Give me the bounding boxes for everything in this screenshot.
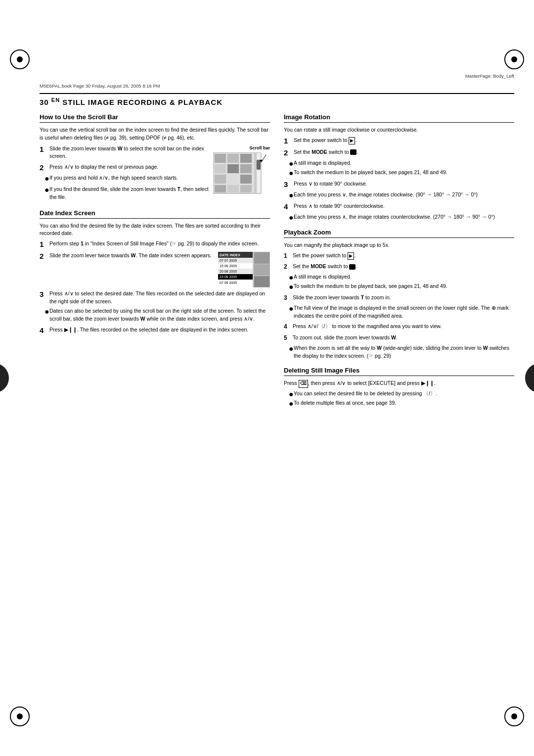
step-number: 5 xyxy=(284,334,291,342)
step-number: 4 xyxy=(284,323,291,331)
scroll-bar-image xyxy=(213,152,270,197)
bullet-icon: ● xyxy=(289,191,294,199)
left-column: How to Use the Scroll Bar You can use th… xyxy=(40,113,270,415)
step-content: Slide the zoom lever towards W to select… xyxy=(49,145,209,161)
step2-date-text: 2 Slide the zoom lever twice towards W. … xyxy=(40,252,214,290)
bullet-icon: ● xyxy=(44,186,49,194)
section-title-playback-zoom: Playback Zoom xyxy=(284,229,514,238)
svg-rect-2 xyxy=(227,154,239,163)
step-content: Slide the zoom lever twice towards W. Th… xyxy=(49,252,214,260)
svg-rect-5 xyxy=(227,164,239,173)
step-4-rotation: 4 Press ∧ to rotate 90° counterclockwise… xyxy=(284,202,514,222)
section-title-image-rotation: Image Rotation xyxy=(284,113,514,123)
step-row: 4 Press ∧ to rotate 90° counterclockwise… xyxy=(284,202,514,211)
scroll-bar-label: Scroll bar xyxy=(213,145,270,152)
bullet-item: ● The full view of the image is displaye… xyxy=(289,304,514,320)
section-title-date-index: Date Index Screen xyxy=(40,209,270,219)
page-number: 30 xyxy=(40,98,49,106)
step-row: 1 Set the power switch to ▶. xyxy=(284,252,514,260)
step-row: 5 To zoom out, slide the zoom lever towa… xyxy=(284,334,514,342)
step-1-rotation: 1 Set the power switch to ▶. xyxy=(284,137,514,145)
masterpage-label: MasterPage: Body_Left xyxy=(465,73,514,79)
svg-rect-3 xyxy=(240,154,252,163)
svg-rect-33 xyxy=(254,276,269,287)
bullet-icon: ● xyxy=(289,305,294,313)
section-body-date-index: You can also find the desired file by th… xyxy=(40,222,270,335)
step-content: Press ▶❙❙. The files recorded on the sel… xyxy=(49,326,270,334)
step-content: Press ∧/∨/〈/〉 to move to the magnified a… xyxy=(293,323,514,331)
step-2-rotation: 2 Set the MODE switch to . ● A still ima… xyxy=(284,148,514,177)
step-2-zoom: 2 Set the MODE switch to . ● A still ima… xyxy=(284,263,514,291)
svg-rect-8 xyxy=(227,175,239,184)
binding-mark-right xyxy=(525,363,534,393)
svg-text:20  08  2005: 20 08 2005 xyxy=(220,270,237,273)
step-content: Press ∧ to rotate 90° counterclockwise. xyxy=(294,202,514,210)
step-number: 3 xyxy=(284,180,292,189)
step-content: Press ∨ to rotate 90° clockwise. xyxy=(294,180,514,188)
step-number: 1 xyxy=(284,137,292,145)
bullet-item: ● To delete multiple files at once, see … xyxy=(289,399,514,408)
bullet-text: If you press and hold ∧/∨, the high spee… xyxy=(49,174,178,182)
step-row: 1 Slide the zoom lever towards W to sele… xyxy=(40,145,209,161)
bullet-icon: ● xyxy=(289,274,294,282)
reg-mark-tr xyxy=(504,49,524,69)
section-playback-zoom: Playback Zoom You can magnify the playba… xyxy=(284,229,514,360)
step-number: 3 xyxy=(40,290,47,299)
en-label: EN xyxy=(51,98,62,106)
section-image-rotation: Image Rotation You can rotate a still im… xyxy=(284,113,514,222)
step-1-date: 1 Perform step 1 in "Index Screen of Sti… xyxy=(40,240,270,249)
step1-scroll-area: 1 Slide the zoom lever towards W to sele… xyxy=(40,145,270,202)
two-column-layout: How to Use the Scroll Bar You can use th… xyxy=(40,113,514,415)
bullet-item: ● Each time you press ∨, the image rotat… xyxy=(289,191,514,199)
step-row: 1 Perform step 1 in "Index Screen of Sti… xyxy=(40,240,270,249)
svg-rect-12 xyxy=(240,185,252,192)
playback-zoom-intro: You can magnify the playback image up to… xyxy=(284,241,514,249)
svg-rect-6 xyxy=(240,164,252,173)
step-number: 4 xyxy=(40,326,47,335)
step-number: 2 xyxy=(284,263,291,271)
step-number: 1 xyxy=(40,145,47,154)
bullet-text: You can select the desired file to be de… xyxy=(294,390,437,398)
step-content: Set the power switch to ▶. xyxy=(293,252,514,260)
bullet-text: Dates can also be selected by using the … xyxy=(49,307,270,323)
bullet-icon: ● xyxy=(289,400,294,408)
title-text: STILL IMAGE RECORDING & PLAYBACK xyxy=(62,98,222,106)
bullet-text: When the zoom is set all the way to W (w… xyxy=(294,344,514,360)
step-3-rotation: 3 Press ∨ to rotate 90° clockwise. ● Eac… xyxy=(284,180,514,199)
step-row: 2 Press ∧/∨ to display the next or previ… xyxy=(40,163,209,172)
bullet-text: To switch the medium to be played back, … xyxy=(294,283,447,290)
reg-mark-bl xyxy=(10,707,30,726)
section-body-deleting: Press ⌫, then press ∧/∨ to select [EXECU… xyxy=(284,379,514,408)
page-title: 30 EN STILL IMAGE RECORDING & PLAYBACK xyxy=(40,97,514,106)
step-3-date: 3 Press ∧/∨ to select the desired date. … xyxy=(40,290,270,323)
section-scroll-bar: How to Use the Scroll Bar You can use th… xyxy=(40,113,270,202)
bullet-item: ● To switch the medium to be played back… xyxy=(289,169,514,177)
bullet-text: To switch the medium to be played back, … xyxy=(294,169,447,177)
section-title-deleting: Deleting Still Image Files xyxy=(284,367,514,376)
bullet-icon: ● xyxy=(289,390,294,398)
section-body-scroll-bar: You can use the vertical scroll bar on t… xyxy=(40,126,270,202)
bullet-item: ● A still image is displayed. xyxy=(289,159,514,168)
step-number: 2 xyxy=(40,163,47,172)
step-number: 1 xyxy=(40,240,47,249)
section-body-image-rotation: You can rotate a still image clockwise o… xyxy=(284,126,514,222)
step-row: 1 Set the power switch to ▶. xyxy=(284,137,514,145)
date-index-svg: DATE INDEX 07 07 2005 15 08 2005 20 08 2… xyxy=(218,252,270,287)
image-rotation-intro: You can rotate a still image clockwise o… xyxy=(284,126,514,134)
bullet-text: Each time you press ∨, the image rotates… xyxy=(294,191,478,199)
bullet-text: The full view of the image is displayed … xyxy=(294,304,514,320)
svg-rect-32 xyxy=(254,264,269,276)
step-row: 2 Set the MODE switch to . xyxy=(284,263,514,271)
step-5-zoom: 5 To zoom out, slide the zoom lever towa… xyxy=(284,334,514,360)
step-number: 3 xyxy=(284,294,291,302)
step-4-date: 4 Press ▶❙❙. The files recorded on the s… xyxy=(40,326,270,335)
step-content: Press ∧/∨ to display the next or previou… xyxy=(49,163,209,171)
section-date-index: Date Index Screen You can also find the … xyxy=(40,209,270,335)
svg-text:15  08  2005: 15 08 2005 xyxy=(220,264,237,268)
bullet-item: ● To switch the medium to be played back… xyxy=(289,283,514,291)
svg-rect-10 xyxy=(215,185,226,192)
step-row: 3 Press ∧/∨ to select the desired date. … xyxy=(40,290,270,306)
svg-rect-1 xyxy=(215,154,226,163)
step-row: 4 Press ▶❙❙. The files recorded on the s… xyxy=(40,326,270,335)
svg-text:07  07  2005: 07 07 2005 xyxy=(220,259,237,262)
